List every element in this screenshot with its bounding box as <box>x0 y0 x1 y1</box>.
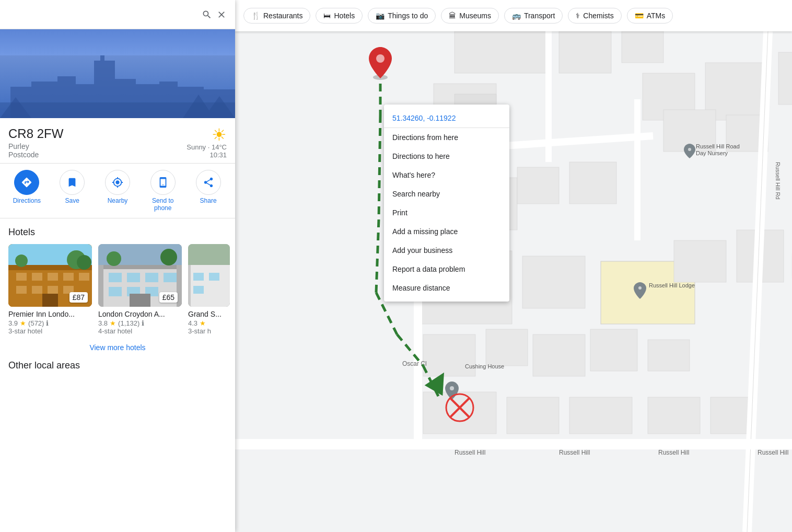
filter-chemists[interactable]: ⚕ Chemists <box>568 8 621 24</box>
things-to-do-icon: 📷 <box>376 11 385 20</box>
share-label: Share <box>200 197 217 204</box>
transport-icon: 🚌 <box>512 11 521 20</box>
svg-rect-80 <box>423 392 496 434</box>
svg-point-33 <box>15 255 28 267</box>
weather-desc: Sunny · 14°C <box>187 143 227 151</box>
hotel-reviews-2: (1,132) <box>118 319 139 327</box>
restaurants-icon: 🍴 <box>251 11 260 20</box>
context-menu-search-nearby[interactable]: Search nearby <box>384 184 509 203</box>
svg-rect-3 <box>100 55 104 63</box>
chemists-icon: ⚕ <box>576 11 580 20</box>
svg-rect-39 <box>127 273 140 282</box>
context-menu-whats-here[interactable]: What's here? <box>384 166 509 184</box>
svg-rect-16 <box>0 102 235 118</box>
restaurants-label: Restaurants <box>263 11 302 20</box>
filter-museums[interactable]: 🏛 Museums <box>441 8 499 24</box>
museums-label: Museums <box>459 11 491 20</box>
svg-rect-53 <box>193 286 204 294</box>
filter-atms[interactable]: 💳 ATMs <box>627 8 673 24</box>
context-menu: 51.34260, -0.11922 Directions from here … <box>384 105 509 302</box>
filter-things-to-do[interactable]: 📷 Things to do <box>368 8 436 24</box>
map-area[interactable]: 🍴 Restaurants 🛏 Hotels 📷 Things to do 🏛 … <box>235 0 792 532</box>
svg-rect-23 <box>63 273 74 281</box>
share-button[interactable]: Share <box>192 170 225 212</box>
svg-rect-20 <box>16 273 27 281</box>
view-more-hotels-link[interactable]: View more hotels <box>0 335 235 360</box>
svg-rect-24 <box>79 273 89 281</box>
directions-button[interactable]: Directions <box>10 170 43 212</box>
svg-rect-26 <box>32 286 42 294</box>
left-panel: cr8 2fw <box>0 0 235 532</box>
context-menu-add-business[interactable]: Add your business <box>384 241 509 260</box>
hotel-info-icon-1[interactable]: ℹ <box>46 319 49 327</box>
atms-icon: 💳 <box>635 11 644 20</box>
svg-rect-29 <box>42 294 58 307</box>
museums-icon: 🏛 <box>449 11 456 20</box>
svg-point-111 <box>376 54 385 63</box>
nearby-button[interactable]: Nearby <box>101 170 134 212</box>
svg-rect-84 <box>711 397 752 434</box>
svg-rect-57 <box>622 31 663 63</box>
svg-point-120 <box>638 286 642 290</box>
svg-text:Russell Hill: Russell Hill <box>658 449 689 456</box>
filter-transport[interactable]: 🚌 Transport <box>504 8 563 24</box>
svg-rect-52 <box>209 273 219 281</box>
save-button[interactable]: Save <box>55 170 89 212</box>
context-menu-add-missing-place[interactable]: Add a missing place <box>384 222 509 241</box>
context-menu-coords[interactable]: 51.34260, -0.11922 <box>384 109 509 128</box>
weather-icon: ☀ <box>187 126 227 143</box>
svg-text:Russell Hill: Russell Hill <box>758 449 788 456</box>
svg-text:Cushing House: Cushing House <box>465 363 504 369</box>
chemists-label: Chemists <box>583 11 613 20</box>
hotel-star-2: ★ <box>110 319 116 327</box>
svg-rect-79 <box>648 340 690 371</box>
hero-image <box>0 29 235 118</box>
svg-rect-75 <box>423 334 475 376</box>
context-menu-directions-from[interactable]: Directions from here <box>384 128 509 147</box>
svg-rect-49 <box>188 244 230 265</box>
hotel-type-1: 3-star hotel <box>8 327 92 335</box>
context-menu-report-problem[interactable]: Report a data problem <box>384 260 509 279</box>
clear-button[interactable] <box>214 7 229 22</box>
svg-rect-55 <box>455 31 549 73</box>
location-sub1: Purley <box>8 142 63 151</box>
filter-hotels[interactable]: 🛏 Hotels <box>316 8 363 24</box>
hotel-card[interactable]: £65 London Croydon A... 3.8 ★ (1,132) ℹ … <box>98 244 182 335</box>
svg-rect-82 <box>569 397 632 434</box>
hotel-star-3: ★ <box>200 319 206 327</box>
map-background[interactable]: Oscar Cl Oscar Cl Oscar Cl Russell Hill … <box>235 31 792 532</box>
hotel-info-icon-2[interactable]: ℹ <box>142 319 144 327</box>
location-name: CR8 2FW <box>8 126 63 141</box>
svg-rect-67 <box>569 162 616 204</box>
hotel-name-2: London Croydon A... <box>98 310 182 318</box>
svg-rect-73 <box>674 240 726 282</box>
svg-point-113 <box>450 386 454 390</box>
context-menu-measure-distance[interactable]: Measure distance <box>384 279 509 297</box>
hotel-card[interactable]: £87 Premier Inn Londo... 3.9 ★ (572) ℹ 3… <box>8 244 92 335</box>
context-menu-print[interactable]: Print <box>384 203 509 222</box>
svg-point-117 <box>688 148 691 151</box>
svg-rect-21 <box>32 273 42 281</box>
hotels-carousel: £87 Premier Inn Londo... 3.9 ★ (572) ℹ 3… <box>0 244 235 335</box>
svg-rect-66 <box>517 167 559 204</box>
svg-rect-83 <box>648 397 700 434</box>
search-button[interactable] <box>200 7 214 22</box>
hotel-card[interactable]: Grand S... 4.3 ★ 3-star h <box>188 244 230 335</box>
svg-rect-81 <box>507 397 559 434</box>
hotel-reviews-1: (572) <box>28 319 44 327</box>
svg-text:Russell Hill Road: Russell Hill Road <box>696 143 740 149</box>
filter-bar: 🍴 Restaurants 🛏 Hotels 📷 Things to do 🏛 … <box>235 0 792 31</box>
action-buttons: Directions Save Nearby <box>0 164 235 218</box>
search-bar: cr8 2fw <box>0 0 235 29</box>
svg-text:Day Nursery: Day Nursery <box>696 150 728 156</box>
atms-label: ATMs <box>647 11 666 20</box>
filter-restaurants[interactable]: 🍴 Restaurants <box>243 8 310 24</box>
hotel-type-3: 3-star h <box>188 327 230 335</box>
send-to-phone-button[interactable]: Send to phone <box>146 170 180 212</box>
hotel-price-1: £87 <box>69 292 88 303</box>
svg-text:Russell Hill Lodge: Russell Hill Lodge <box>649 282 695 288</box>
hotel-rating-1: 3.9 <box>8 319 18 327</box>
search-input[interactable]: cr8 2fw <box>6 10 200 19</box>
hotels-label: Hotels <box>334 11 355 20</box>
context-menu-directions-to[interactable]: Directions to here <box>384 147 509 166</box>
